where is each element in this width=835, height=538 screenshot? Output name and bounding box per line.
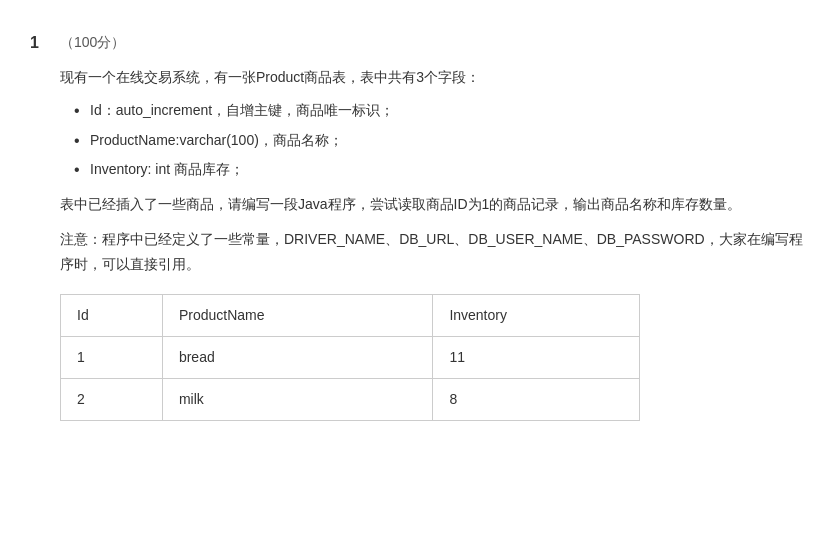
col-header-id: Id: [61, 294, 163, 336]
task-text: 表中已经插入了一些商品，请编写一段Java程序，尝试读取商品ID为1的商品记录，…: [60, 192, 805, 217]
question-container: 1 （100分） 现有一个在线交易系统，有一张Product商品表，表中共有3个…: [30, 20, 805, 431]
question-score: （100分）: [60, 30, 125, 55]
field-item-1: Id：auto_increment，自增主键，商品唯一标识；: [70, 98, 805, 123]
data-table: Id ProductName Inventory 1 bread 11 2 mi…: [60, 294, 640, 422]
cell-row1-inventory: 11: [433, 336, 640, 378]
note-text: 注意：程序中已经定义了一些常量，DRIVER_NAME、DB_URL、DB_US…: [60, 227, 805, 277]
question-content: （100分） 现有一个在线交易系统，有一张Product商品表，表中共有3个字段…: [60, 30, 805, 421]
question-number: 1: [30, 30, 50, 421]
table-row-1: 1 bread 11: [61, 336, 640, 378]
cell-row2-id: 2: [61, 378, 163, 420]
col-header-inventory: Inventory: [433, 294, 640, 336]
fields-list: Id：auto_increment，自增主键，商品唯一标识； ProductNa…: [70, 98, 805, 182]
cell-row1-id: 1: [61, 336, 163, 378]
cell-row2-inventory: 8: [433, 378, 640, 420]
cell-row1-productname: bread: [162, 336, 432, 378]
field-item-3: Inventory: int 商品库存；: [70, 157, 805, 182]
table-row-2: 2 milk 8: [61, 378, 640, 420]
table-header-row: Id ProductName Inventory: [61, 294, 640, 336]
col-header-productname: ProductName: [162, 294, 432, 336]
cell-row2-productname: milk: [162, 378, 432, 420]
intro-text: 现有一个在线交易系统，有一张Product商品表，表中共有3个字段：: [60, 65, 805, 90]
field-item-2: ProductName:varchar(100)，商品名称；: [70, 128, 805, 153]
question-header: （100分）: [60, 30, 805, 55]
